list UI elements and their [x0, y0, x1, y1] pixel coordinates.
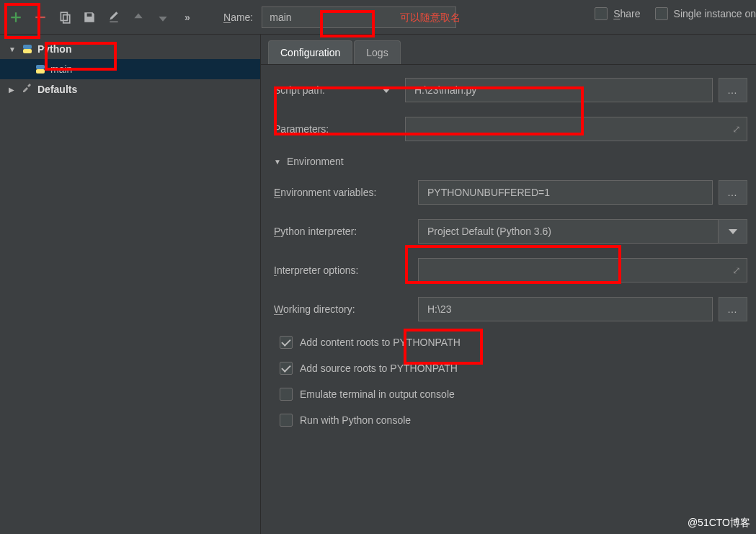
tree-label: Defaults — [37, 84, 77, 95]
move-up-button[interactable] — [128, 7, 148, 27]
move-down-button[interactable] — [153, 7, 173, 27]
script-path-dropdown[interactable]: Script path: — [274, 84, 405, 96]
tree-label: main — [50, 63, 72, 75]
checkbox-icon — [595, 7, 608, 20]
checkbox-icon — [655, 7, 668, 20]
svg-rect-1 — [61, 12, 67, 20]
svg-rect-3 — [23, 45, 32, 49]
row-interpreter-options: Interpreter options:Interpreter options:… — [274, 258, 747, 282]
collapse-icon: ▼ — [9, 45, 17, 53]
script-path-label: Script path: — [274, 84, 325, 96]
parameters-label: Parameters:Parameters: — [274, 123, 405, 135]
interpreter-options-input[interactable]: ⤢ — [418, 258, 747, 282]
remove-config-button[interactable] — [30, 7, 50, 27]
python-file-icon — [35, 63, 46, 75]
chevron-down-icon — [729, 229, 737, 234]
environment-section-header[interactable]: ▼ Environment — [274, 156, 747, 167]
name-label: NName:ame: — [223, 12, 253, 23]
row-interpreter: Python interpreter:Python interpreter: P… — [274, 219, 747, 244]
script-path-input[interactable] — [405, 78, 713, 102]
copy-config-button[interactable] — [55, 7, 75, 27]
add-config-button[interactable] — [6, 7, 26, 27]
environment-label: Environment — [287, 156, 344, 167]
python-icon — [22, 43, 33, 55]
tree-node-python[interactable]: ▼ Python — [0, 39, 260, 59]
share-checkbox[interactable]: Share Share — [595, 7, 640, 20]
run-python-console-checkbox[interactable]: Run with Python console — [280, 414, 747, 427]
row-script-path: Script path: … — [274, 78, 747, 102]
collapse-icon: ▼ — [274, 158, 283, 166]
save-config-button[interactable] — [79, 7, 99, 27]
interpreter-dropdown-button[interactable] — [719, 219, 747, 244]
chevron-down-icon — [382, 88, 391, 93]
tree-label: Python — [37, 43, 71, 55]
svg-rect-5 — [36, 65, 45, 69]
checkbox-label: Add content roots to PYTHONPATH — [300, 337, 461, 348]
tabs: Configuration Logs — [261, 35, 756, 65]
config-tree: ▼ Python main ▶ Defaults — [0, 35, 261, 534]
single-instance-checkbox[interactable]: Single instance on — [655, 7, 756, 20]
working-dir-input[interactable] — [418, 297, 713, 321]
add-content-roots-checkbox[interactable]: Add content roots to PYTHONPATH — [280, 336, 747, 349]
rename-hint-annotation: 可以随意取名 — [400, 12, 461, 25]
svg-rect-2 — [63, 14, 70, 22]
row-env-vars: Environment variables:Environment variab… — [274, 180, 747, 205]
row-parameters: Parameters:Parameters: ⤢ — [274, 117, 747, 141]
row-working-dir: Working directory:Working directory: … — [274, 297, 747, 321]
tab-configuration[interactable]: Configuration — [268, 40, 352, 64]
wrench-icon — [22, 83, 33, 97]
tree-node-main[interactable]: main — [0, 59, 260, 79]
parameters-input[interactable]: ⤢ — [405, 117, 747, 141]
expand-icon[interactable]: ⤢ — [732, 123, 741, 135]
expand-icon[interactable]: ⤢ — [732, 264, 741, 276]
expand-icon: ▶ — [9, 86, 17, 94]
checkbox-label: Run with Python console — [300, 414, 411, 426]
svg-rect-4 — [23, 49, 32, 53]
tab-logs[interactable]: Logs — [354, 40, 400, 64]
interpreter-select[interactable]: Project Default (Python 3.6) — [418, 219, 719, 244]
emulate-terminal-checkbox[interactable]: Emulate terminal in output console — [280, 388, 747, 401]
checkbox-icon — [280, 388, 293, 401]
svg-rect-6 — [36, 69, 45, 74]
config-panel: Configuration Logs Script path: … Parame… — [261, 35, 756, 534]
working-dir-label: Working directory:Working directory: — [274, 303, 418, 315]
tree-node-defaults[interactable]: ▶ Defaults — [0, 79, 260, 99]
svg-rect-0 — [35, 16, 45, 17]
checkbox-label: Add source roots to PYTHONPATH — [300, 362, 458, 374]
checkbox-icon — [280, 336, 293, 349]
top-right-options: Share Share Single instance on — [595, 7, 756, 20]
checkbox-icon — [280, 362, 293, 375]
interpreter-options-label: Interpreter options:Interpreter options: — [274, 264, 418, 276]
env-vars-input[interactable] — [418, 180, 713, 205]
checkbox-label: Emulate terminal in output console — [300, 388, 455, 400]
browse-working-dir-button[interactable]: … — [719, 297, 747, 321]
checkbox-icon — [280, 414, 293, 427]
configuration-form: Script path: … Parameters:Parameters: ⤢ … — [261, 65, 756, 448]
env-vars-label: Environment variables:Environment variab… — [274, 187, 418, 198]
interpreter-label: Python interpreter:Python interpreter: — [274, 226, 418, 237]
main-area: ▼ Python main ▶ Defaults Configuration L… — [0, 35, 756, 534]
add-source-roots-checkbox[interactable]: Add source roots to PYTHONPATH — [280, 362, 747, 375]
edit-env-button[interactable]: … — [719, 180, 747, 205]
more-button[interactable]: » — [177, 7, 197, 27]
edit-defaults-button[interactable] — [104, 7, 124, 27]
browse-script-button[interactable]: … — [719, 78, 747, 102]
toolbar: » NName:ame: 可以随意取名 Share Share Single i… — [0, 0, 756, 35]
watermark: @51CTO博客 — [688, 517, 750, 530]
